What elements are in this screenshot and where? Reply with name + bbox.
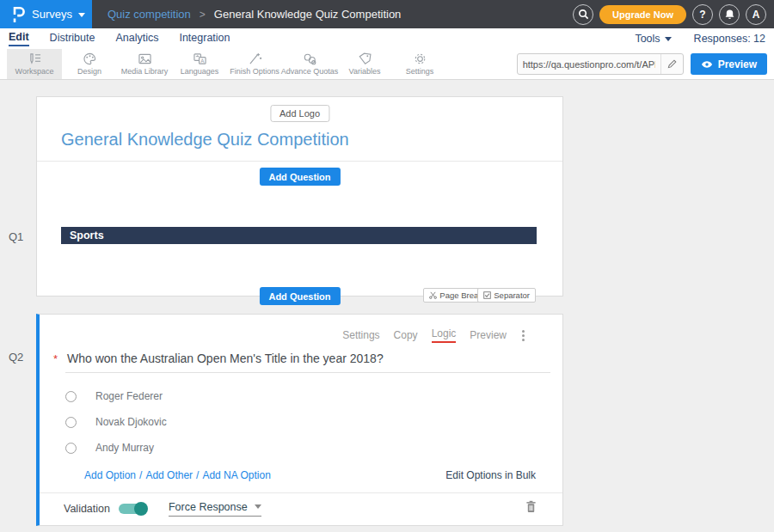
responses-count[interactable]: Responses: 12 <box>694 33 765 45</box>
delete-question-button[interactable] <box>525 500 537 517</box>
edit-toolbar: Workspace Design Media Library A Languag… <box>0 49 774 80</box>
option-label[interactable]: Novak Djokovic <box>95 416 167 428</box>
answer-option-row[interactable]: Roger Federer <box>65 390 163 402</box>
breadcrumb-current: General Knowledge Quiz Competition <box>214 8 402 21</box>
breadcrumb-parent[interactable]: Quiz competition <box>108 8 191 21</box>
add-na-option-link[interactable]: Add NA Option <box>202 469 270 481</box>
toolbar-item-settings[interactable]: Settings <box>392 49 447 79</box>
tab-distribute[interactable]: Distribute <box>50 32 95 46</box>
edit-url-button[interactable] <box>660 54 683 74</box>
add-question-button-top[interactable]: Add Question <box>259 168 340 186</box>
help-button[interactable]: ? <box>692 4 713 25</box>
bell-icon <box>724 9 735 20</box>
answer-option-row[interactable]: Novak Djokovic <box>65 416 167 428</box>
add-question-button-bottom[interactable]: Add Question <box>259 287 340 305</box>
chevron-down-icon <box>255 504 261 509</box>
toolbar-label: Media Library <box>121 67 169 76</box>
toolbar-item-finish-options[interactable]: Finish Options <box>227 49 282 79</box>
page-break-label: Page Break <box>439 290 482 300</box>
search-icon <box>578 9 589 20</box>
question-text-input[interactable]: Who won the Australian Open Men's Title … <box>67 352 384 365</box>
pencil-icon <box>667 59 677 69</box>
survey-header-card: Add Logo General Knowledge Quiz Competit… <box>36 96 563 297</box>
add-logo-button[interactable]: Add Logo <box>270 105 329 122</box>
survey-editor-canvas: Q1 Q2 Add Logo General Knowledge Quiz Co… <box>0 80 774 532</box>
tag-icon <box>358 52 372 65</box>
validation-type-value: Force Response <box>169 501 248 513</box>
radio-icon[interactable] <box>65 417 77 428</box>
avatar[interactable]: A <box>746 4 766 25</box>
validation-toggle[interactable] <box>119 504 146 514</box>
toolbar-item-variables[interactable]: Variables <box>337 49 392 79</box>
section-header-sports[interactable]: Sports <box>61 227 537 244</box>
preview-label: Preview <box>718 58 757 70</box>
option-label[interactable]: Roger Federer <box>95 390 163 402</box>
question-number-q1: Q1 <box>9 230 23 243</box>
avatar-initial: A <box>752 9 760 21</box>
survey-url-input[interactable] <box>518 59 660 70</box>
tab-integration[interactable]: Integration <box>179 32 230 46</box>
eye-icon <box>701 60 713 69</box>
workspace-icon <box>28 52 42 65</box>
breadcrumb-separator: > <box>200 9 206 21</box>
link-separator: / <box>139 469 142 481</box>
toolbar-item-workspace[interactable]: Workspace <box>7 49 62 79</box>
question-logic-action[interactable]: Logic <box>432 327 457 343</box>
survey-tabbar: Edit Distribute Analytics Integration To… <box>0 28 774 49</box>
toolbar-item-design[interactable]: Design <box>62 49 117 79</box>
toolbar-label: Settings <box>406 67 434 76</box>
question-settings-action[interactable]: Settings <box>342 329 379 341</box>
image-icon <box>138 52 152 65</box>
survey-title[interactable]: General Knowledge Quiz Competition <box>61 130 349 150</box>
palette-icon <box>83 52 97 65</box>
toolbar-item-languages[interactable]: A Languages <box>172 49 227 79</box>
add-other-link[interactable]: Add Other <box>145 469 193 481</box>
notifications-button[interactable] <box>719 4 740 25</box>
toolbar-label: Workspace <box>15 67 54 76</box>
validation-type-dropdown[interactable]: Force Response <box>169 501 261 517</box>
required-marker: * <box>53 352 58 365</box>
chain-links-icon <box>303 52 317 65</box>
more-options-icon[interactable] <box>520 328 526 343</box>
gear-icon <box>413 52 427 65</box>
checkbox-icon <box>483 291 491 299</box>
surveys-menu[interactable]: Surveys <box>0 0 92 28</box>
translate-icon: A <box>193 52 207 65</box>
toolbar-label: Variables <box>349 67 381 76</box>
search-button[interactable] <box>573 4 593 25</box>
option-links-row: Add Option / Add Other / Add NA Option E… <box>84 469 536 481</box>
question-actions: Settings Copy Logic Preview <box>342 327 526 343</box>
validation-label: Validation <box>64 503 110 515</box>
preview-button[interactable]: Preview <box>691 53 767 75</box>
toolbar-right: Preview <box>517 49 774 79</box>
tools-menu[interactable]: Tools <box>635 33 671 45</box>
help-icon: ? <box>699 9 705 21</box>
answer-option-row[interactable]: Andy Murray <box>65 442 154 454</box>
separator-label: Separator <box>494 290 530 300</box>
radio-icon[interactable] <box>65 391 77 402</box>
toolbar-item-advance-quotas[interactable]: Advance Quotas <box>282 49 337 79</box>
toolbar-item-media-library[interactable]: Media Library <box>117 49 172 79</box>
scissors-icon <box>429 291 437 299</box>
separator-button[interactable]: Separator <box>477 288 536 303</box>
option-label[interactable]: Andy Murray <box>95 442 154 454</box>
question-copy-action[interactable]: Copy <box>394 329 418 341</box>
add-option-link[interactable]: Add Option <box>84 469 136 481</box>
tab-edit[interactable]: Edit <box>9 31 29 46</box>
question-preview-action[interactable]: Preview <box>470 329 507 341</box>
navbar-actions: Upgrade Now ? A <box>573 4 774 25</box>
questionpro-logo-icon <box>12 6 26 23</box>
tab-analytics[interactable]: Analytics <box>115 32 158 46</box>
breadcrumb: Quiz competition > General Knowledge Qui… <box>108 8 401 21</box>
question-text-underline <box>65 372 550 373</box>
radio-icon[interactable] <box>65 443 77 454</box>
toolbar-label: Advance Quotas <box>281 67 339 76</box>
edit-options-in-bulk-link[interactable]: Edit Options in Bulk <box>445 469 536 481</box>
upgrade-now-button[interactable]: Upgrade Now <box>599 5 686 24</box>
question-card-q2: Settings Copy Logic Preview * Who won th… <box>36 314 563 526</box>
toolbar-label: Languages <box>181 67 219 76</box>
tabbar-right: Tools Responses: 12 <box>635 33 765 45</box>
toolbar-label: Design <box>77 67 101 76</box>
surveys-menu-label: Surveys <box>32 8 72 21</box>
survey-url-box <box>517 53 684 75</box>
